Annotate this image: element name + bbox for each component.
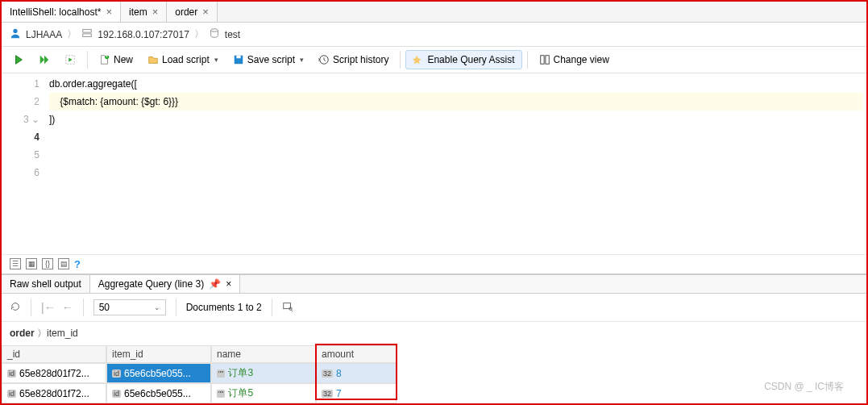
close-icon[interactable]: × — [226, 278, 231, 290]
cell-item-id[interactable]: id65e6cb5e055... — [106, 383, 211, 403]
first-page-button[interactable]: |← — [41, 301, 56, 314]
cell-id[interactable]: id65e828d01f72... — [2, 383, 106, 403]
cell-name[interactable]: ""订单3 — [211, 363, 316, 383]
svg-point-0 — [13, 29, 17, 33]
run-button[interactable] — [6, 51, 31, 69]
svg-rect-1 — [83, 30, 92, 33]
collection-path: order 〉item_id — [2, 322, 866, 345]
code-line: ]) — [49, 111, 863, 128]
run-selection-button[interactable] — [58, 51, 82, 69]
col-header[interactable]: _id — [2, 345, 106, 363]
svg-rect-12 — [545, 56, 548, 65]
result-grid[interactable]: _id item_id name amount id65e828d01f72..… — [2, 345, 866, 403]
load-script-button[interactable]: Load script▾ — [141, 51, 225, 69]
database-icon — [209, 27, 220, 41]
script-history-button[interactable]: Script history — [312, 51, 395, 69]
bc-db[interactable]: test — [225, 29, 240, 40]
separator — [176, 299, 177, 316]
view-icon[interactable]: ▤ — [58, 258, 69, 269]
tab-intellishell[interactable]: IntelliShell: localhost* × — [2, 2, 121, 22]
cell-amount[interactable]: 328 — [316, 363, 397, 383]
close-icon[interactable]: × — [152, 6, 159, 18]
change-view-button[interactable]: Change view — [533, 51, 616, 69]
run-all-button[interactable] — [32, 51, 56, 69]
result-tabs: Raw shell output Aggregate Query (line 3… — [2, 275, 866, 294]
objectid-icon: id — [112, 390, 121, 398]
close-icon[interactable]: × — [106, 6, 112, 18]
tab-label: item — [129, 6, 147, 18]
toolbar: +New Load script▾ Save script▾ Script hi… — [2, 47, 866, 73]
table-view-icon[interactable]: ▦ — [26, 258, 37, 269]
documents-info: Documents 1 to 2 — [186, 302, 262, 313]
chevron-down-icon: ▾ — [300, 56, 304, 64]
tab-label: IntelliShell: localhost* — [10, 6, 101, 18]
svg-rect-11 — [540, 56, 543, 65]
col-header[interactable]: amount — [316, 345, 397, 363]
separator — [400, 51, 401, 69]
document-tabs: IntelliShell: localhost* × item × order … — [2, 2, 866, 23]
refresh-icon[interactable] — [10, 301, 21, 315]
chevron-right-icon: 〉 — [67, 27, 77, 41]
svg-point-3 — [210, 29, 218, 32]
gutter: 1 2 3 ⌄ 4 5 6 — [2, 73, 46, 254]
pin-icon[interactable]: 📌 — [209, 278, 221, 290]
code-line: {$match: {amount: {$gt: 6}}} — [49, 93, 863, 111]
number-icon: 32 — [322, 370, 333, 378]
string-icon: "" — [217, 390, 225, 398]
tab-label: order — [175, 6, 197, 18]
svg-rect-2 — [83, 34, 92, 37]
objectid-icon: id — [112, 370, 121, 378]
enable-query-assist-button[interactable]: Enable Query Assist — [405, 50, 521, 69]
chevron-right-icon: 〉 — [194, 27, 204, 41]
results-panel: Raw shell output Aggregate Query (line 3… — [2, 274, 866, 403]
server-icon — [81, 27, 93, 41]
string-icon: "" — [217, 370, 225, 378]
close-icon[interactable]: × — [202, 6, 209, 18]
new-button[interactable]: +New — [93, 51, 139, 69]
col-header[interactable]: item_id — [106, 345, 211, 363]
tree-view-icon[interactable]: ☰ — [10, 258, 21, 269]
objectid-icon: id — [7, 370, 16, 378]
chevron-down-icon: ▾ — [214, 56, 218, 64]
tab-item[interactable]: item × — [121, 2, 167, 22]
col-header[interactable]: name — [211, 345, 316, 363]
cell-name[interactable]: ""订单5 — [211, 383, 316, 403]
separator — [83, 299, 84, 316]
result-toolbar: |← ← 50⌄ Documents 1 to 2 — [2, 294, 866, 322]
code-area[interactable]: db.order.aggregate([ {$match: {amount: {… — [46, 73, 866, 254]
bc-host[interactable]: 192.168.0.107:27017 — [98, 29, 189, 40]
help-icon[interactable]: ? — [74, 258, 81, 270]
cell-id[interactable]: id65e828d01f72... — [2, 363, 106, 383]
separator — [527, 51, 528, 69]
code-line: db.order.aggregate([ — [49, 75, 863, 93]
tab-raw-output[interactable]: Raw shell output — [2, 275, 90, 293]
view-mode-bar: ☰ ▦ {} ▤ ? — [2, 254, 866, 274]
prev-page-button[interactable]: ← — [62, 301, 73, 314]
bc-user[interactable]: LJHAAA — [26, 29, 62, 40]
svg-line-15 — [291, 310, 293, 311]
svg-text:+: + — [105, 54, 110, 60]
separator — [87, 51, 88, 69]
cell-item-id[interactable]: id65e6cb5e055... — [106, 363, 211, 383]
find-icon[interactable] — [282, 301, 293, 315]
breadcrumb: LJHAAA 〉 192.168.0.107:27017 〉 test — [2, 23, 866, 47]
json-view-icon[interactable]: {} — [42, 258, 53, 269]
page-size-select[interactable]: 50⌄ — [93, 299, 166, 315]
tab-order[interactable]: order × — [167, 2, 218, 22]
tab-aggregate-query[interactable]: Aggregate Query (line 3) 📌 × — [90, 275, 240, 293]
chevron-down-icon: ⌄ — [154, 303, 160, 311]
objectid-icon: id — [7, 390, 16, 398]
save-script-button[interactable]: Save script▾ — [226, 51, 310, 69]
cell-amount[interactable]: 327 — [316, 383, 397, 403]
user-icon — [10, 27, 21, 41]
separator — [272, 299, 272, 316]
svg-rect-9 — [236, 56, 240, 59]
number-icon: 32 — [322, 390, 333, 398]
separator — [31, 299, 31, 316]
code-editor[interactable]: 1 2 3 ⌄ 4 5 6 db.order.aggregate([ {$mat… — [2, 73, 866, 254]
